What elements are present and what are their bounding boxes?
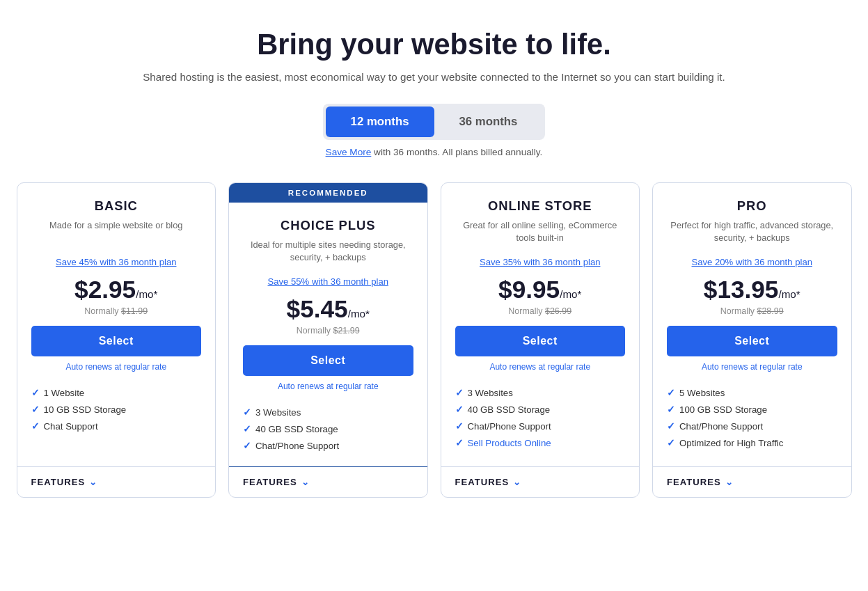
plan-desc-online-store: Great for all online selling, eCommerce …	[455, 219, 626, 247]
plan-name-basic: BASIC	[31, 198, 202, 214]
features-list-online-store: ✓3 Websites✓40 GB SSD Storage✓Chat/Phone…	[455, 384, 626, 454]
check-icon: ✓	[31, 404, 40, 415]
recommended-badge: RECOMMENDED	[229, 183, 427, 203]
features-toggle-choice-plus[interactable]: FEATURES ⌄	[243, 477, 310, 487]
select-button-basic[interactable]: Select	[31, 326, 202, 356]
feature-item: ✓40 GB SSD Storage	[455, 401, 626, 418]
price-normal-online-store: Normally $26.99	[455, 306, 626, 316]
auto-renew-choice-plus: Auto renews at regular rate	[243, 381, 413, 391]
plan-name-online-store: ONLINE STORE	[455, 198, 626, 214]
price-block-pro: $13.95/mo*	[667, 276, 837, 304]
plan-body-pro: PROPerfect for high traffic, advanced st…	[653, 183, 851, 466]
feature-link[interactable]: Sell Products Online	[468, 438, 551, 448]
features-toggle-online-store[interactable]: FEATURES ⌄	[455, 477, 522, 487]
plan-footer-pro: FEATURES ⌄	[653, 466, 851, 497]
features-list-choice-plus: ✓3 Websites✓40 GB SSD Storage✓Chat/Phone…	[243, 404, 413, 454]
feature-item: ✓10 GB SSD Storage	[31, 401, 202, 418]
plan-desc-basic: Made for a simple website or blog	[31, 219, 202, 247]
check-icon: ✓	[243, 423, 251, 434]
feature-item: ✓Sell Products Online	[455, 434, 626, 451]
check-icon: ✓	[455, 420, 464, 432]
feature-item: ✓Chat/Phone Support	[243, 437, 413, 454]
billing-toggle-group: 12 months 36 months	[323, 104, 546, 140]
feature-item: ✓40 GB SSD Storage	[243, 420, 413, 437]
plan-card-online-store: ONLINE STOREGreat for all online selling…	[441, 182, 640, 498]
save-link-online-store[interactable]: Save 35% with 36 month plan	[455, 257, 626, 267]
plan-body-basic: BASICMade for a simple website or blogSa…	[17, 183, 216, 466]
save-link-pro[interactable]: Save 20% with 36 month plan	[667, 257, 837, 267]
price-suffix-basic: /mo*	[136, 288, 157, 300]
subtitle: Shared hosting is the easiest, most econ…	[17, 71, 852, 83]
save-note: Save More with 36 months. All plans bill…	[17, 147, 852, 157]
auto-renew-basic: Auto renews at regular rate	[31, 362, 202, 372]
check-icon: ✓	[667, 387, 675, 398]
features-list-pro: ✓5 Websites✓100 GB SSD Storage✓Chat/Phon…	[667, 384, 837, 454]
chevron-down-icon: ⌄	[725, 477, 734, 487]
feature-item: ✓Chat/Phone Support	[455, 418, 626, 434]
features-label: FEATURES	[667, 477, 721, 487]
plan-desc-choice-plus: Ideal for multiple sites needing storage…	[243, 239, 413, 267]
price-normal-pro: Normally $28.99	[667, 306, 837, 316]
plan-desc-pro: Perfect for high traffic, advanced stora…	[667, 219, 837, 247]
check-icon: ✓	[667, 404, 675, 415]
chevron-down-icon: ⌄	[513, 477, 521, 487]
price-main-choice-plus: $5.45	[287, 295, 348, 322]
features-label: FEATURES	[243, 477, 297, 487]
feature-item: ✓3 Websites	[455, 384, 626, 401]
toggle-36-months[interactable]: 36 months	[434, 107, 543, 137]
save-more-link[interactable]: Save More	[326, 147, 372, 157]
feature-item: ✓Chat/Phone Support	[667, 418, 837, 434]
page-wrapper: Bring your website to life. Shared hosti…	[17, 28, 852, 498]
price-main-pro: $13.95	[704, 276, 779, 303]
plan-name-pro: PRO	[667, 198, 837, 214]
plan-footer-choice-plus: FEATURES ⌄	[229, 466, 427, 497]
price-block-online-store: $9.95/mo*	[455, 276, 626, 304]
check-icon: ✓	[667, 420, 675, 432]
check-icon: ✓	[455, 387, 464, 398]
features-toggle-pro[interactable]: FEATURES ⌄	[667, 477, 734, 487]
features-list-basic: ✓1 Website✓10 GB SSD Storage✓Chat Suppor…	[31, 384, 202, 454]
price-main-online-store: $9.95	[498, 276, 560, 303]
check-icon: ✓	[667, 437, 675, 448]
plans-grid: BASICMade for a simple website or blogSa…	[17, 182, 852, 498]
check-icon: ✓	[455, 404, 464, 415]
check-icon: ✓	[455, 437, 464, 448]
save-link-basic[interactable]: Save 45% with 36 month plan	[31, 257, 202, 267]
features-label: FEATURES	[455, 477, 510, 487]
plan-body-choice-plus: CHOICE PLUSIdeal for multiple sites need…	[229, 203, 427, 466]
plan-footer-basic: FEATURES ⌄	[17, 466, 216, 497]
price-suffix-pro: /mo*	[778, 288, 800, 300]
feature-item: ✓Optimized for High Traffic	[667, 434, 837, 451]
feature-item: ✓100 GB SSD Storage	[667, 401, 837, 418]
chevron-down-icon: ⌄	[89, 477, 97, 487]
price-suffix-online-store: /mo*	[560, 288, 581, 300]
auto-renew-pro: Auto renews at regular rate	[667, 362, 837, 372]
check-icon: ✓	[243, 407, 251, 418]
feature-item: ✓3 Websites	[243, 404, 413, 420]
select-button-pro[interactable]: Select	[667, 326, 837, 356]
features-label: FEATURES	[31, 477, 86, 487]
plan-footer-online-store: FEATURES ⌄	[441, 466, 640, 497]
price-suffix-choice-plus: /mo*	[348, 308, 370, 320]
feature-item: ✓5 Websites	[667, 384, 837, 401]
page-title: Bring your website to life.	[17, 28, 852, 61]
plan-card-choice-plus: RECOMMENDEDCHOICE PLUSIdeal for multiple…	[228, 182, 428, 498]
select-button-online-store[interactable]: Select	[455, 326, 626, 356]
plan-card-pro: PROPerfect for high traffic, advanced st…	[652, 182, 852, 498]
select-button-choice-plus[interactable]: Select	[243, 345, 413, 376]
billing-toggle-container: 12 months 36 months	[17, 104, 852, 140]
check-icon: ✓	[31, 420, 40, 432]
plan-name-choice-plus: CHOICE PLUS	[243, 218, 413, 233]
plan-body-online-store: ONLINE STOREGreat for all online selling…	[441, 183, 640, 466]
check-icon: ✓	[243, 440, 251, 451]
features-toggle-basic[interactable]: FEATURES ⌄	[31, 477, 98, 487]
price-normal-basic: Normally $11.99	[31, 306, 202, 316]
toggle-12-months[interactable]: 12 months	[326, 107, 434, 137]
feature-item: ✓Chat Support	[31, 418, 202, 434]
price-main-basic: $2.95	[74, 276, 136, 303]
price-block-choice-plus: $5.45/mo*	[243, 295, 413, 323]
save-link-choice-plus[interactable]: Save 55% with 36 month plan	[243, 276, 413, 287]
auto-renew-online-store: Auto renews at regular rate	[455, 362, 626, 372]
header: Bring your website to life. Shared hosti…	[17, 28, 852, 83]
check-icon: ✓	[31, 387, 40, 398]
